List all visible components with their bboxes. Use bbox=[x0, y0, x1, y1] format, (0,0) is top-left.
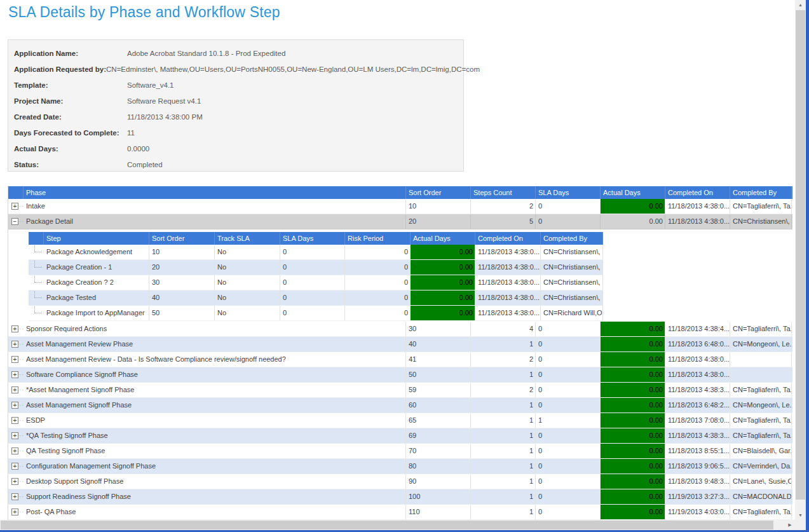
completed-by-cell: CN=Richard Will,O... bbox=[541, 306, 603, 320]
info-row: Project Name:Software Request v4.1 bbox=[8, 93, 463, 109]
application-info-panel: Application Name:Adobe Acrobat Standard … bbox=[8, 39, 464, 172]
info-row: Actual Days:0.0000 bbox=[8, 140, 463, 156]
window-border-right bbox=[806, 0, 809, 532]
expand-icon[interactable]: + bbox=[11, 432, 18, 439]
info-field-label: Days Forecasted to Complete: bbox=[14, 129, 127, 137]
completed-on-cell: 11/18/2013 4:38:0... bbox=[665, 199, 730, 214]
completed-on-cell: 11/18/2013 6:48:0... bbox=[665, 337, 730, 351]
phase-cell: Package Detail bbox=[24, 214, 406, 229]
completed-on-cell: 11/18/2013 4:38:0... bbox=[475, 245, 541, 259]
tree-dots-icon: ···· bbox=[19, 432, 24, 439]
phase-cell: *QA Testing Signoff Phase bbox=[24, 428, 406, 443]
expand-icon[interactable]: + bbox=[11, 493, 18, 500]
phase-row[interactable]: +····ESDP65110.0011/18/2013 7:08:0...CN=… bbox=[8, 413, 792, 428]
track-sla-cell: No bbox=[215, 260, 280, 275]
scroll-right-icon[interactable]: ▶ bbox=[785, 520, 795, 530]
sort-order-cell: 110 bbox=[406, 505, 471, 519]
steps-count-cell: 4 bbox=[471, 322, 536, 336]
completed-by-cell: CN=Verrinder\, Da... bbox=[730, 459, 792, 474]
steps-count-cell: 1 bbox=[471, 489, 536, 504]
phase-row[interactable]: +····Desktop Support Signoff Phase90100.… bbox=[8, 474, 792, 489]
vertical-scrollbar-thumb[interactable] bbox=[796, 10, 805, 500]
actual-days-cell: 0.00 bbox=[411, 275, 475, 290]
phase-row[interactable]: +····Software Compliance Signoff Phase50… bbox=[8, 367, 792, 383]
expand-icon[interactable]: + bbox=[11, 341, 18, 348]
expand-icon[interactable]: + bbox=[11, 463, 18, 470]
expand-icon[interactable]: + bbox=[11, 402, 18, 409]
step-row[interactable]: Package Import to AppManager50No000.0011… bbox=[29, 306, 603, 321]
column-header-completed-on: Completed On bbox=[665, 186, 730, 199]
expand-icon[interactable]: + bbox=[11, 447, 18, 454]
sla-days-cell: 0 bbox=[536, 322, 601, 336]
phase-row[interactable]: +····Configuration Management Signoff Ph… bbox=[8, 459, 792, 474]
sla-days-cell: 0 bbox=[280, 275, 345, 290]
sla-days-cell: 0 bbox=[536, 444, 601, 458]
expand-icon[interactable]: + bbox=[11, 478, 18, 485]
steps-count-cell: 1 bbox=[471, 337, 536, 351]
phase-row[interactable]: +····QA Testing Signoff Phase70100.0011/… bbox=[8, 444, 792, 459]
completed-on-cell: 11/18/2013 4:38:0... bbox=[475, 260, 541, 275]
step-row[interactable]: Package Creation ? 230No000.0011/18/2013… bbox=[29, 275, 603, 290]
actual-days-cell: 0.00 bbox=[411, 245, 475, 259]
step-row[interactable]: Package Acknowledgement10No000.0011/18/2… bbox=[29, 245, 603, 260]
actual-days-cell: 0.00 bbox=[601, 444, 665, 458]
info-row: Status:Completed bbox=[8, 156, 463, 172]
completed-by-cell: CN=Christiansen\, .. bbox=[730, 214, 792, 229]
scroll-up-icon[interactable]: ▲ bbox=[795, 0, 806, 10]
phase-row[interactable]: +····Asset Management Review Phase40100.… bbox=[8, 337, 792, 352]
scrollbar-corner bbox=[795, 520, 806, 530]
vertical-scrollbar[interactable]: ▲ ▼ bbox=[795, 0, 806, 520]
steps-count-cell: 1 bbox=[471, 474, 536, 489]
tree-dots-icon: ···· bbox=[19, 402, 24, 409]
phase-cell: Support Readiness Signoff Phase bbox=[24, 489, 406, 504]
phase-row[interactable]: +····Asset Management Signoff Phase60100… bbox=[8, 398, 792, 413]
completed-on-cell: 11/18/2013 4:38:3... bbox=[665, 383, 730, 397]
horizontal-scrollbar-thumb[interactable] bbox=[1, 521, 773, 529]
actual-days-cell: 0.00 bbox=[601, 489, 665, 504]
tree-toggle-cell: +···· bbox=[8, 322, 24, 336]
completed-by-cell: CN=Tagliaferri\, Ta.. bbox=[730, 199, 792, 214]
expand-icon[interactable]: + bbox=[11, 356, 18, 363]
phase-row[interactable]: −····Package Detail20500.0011/18/2013 4:… bbox=[8, 214, 792, 229]
scroll-down-icon[interactable]: ▼ bbox=[795, 510, 806, 520]
phase-row[interactable]: +····Intake10200.0011/18/2013 4:38:0...C… bbox=[8, 199, 792, 214]
tree-toggle-cell: +···· bbox=[8, 444, 24, 458]
sort-order-cell: 20 bbox=[406, 214, 471, 229]
column-header-actual-days: Actual Days bbox=[601, 186, 665, 199]
info-field-label: Application Name: bbox=[14, 50, 127, 57]
info-field-value: 11/18/2013 4:38:00 PM bbox=[127, 113, 203, 121]
expand-icon[interactable]: + bbox=[11, 417, 18, 424]
phase-row[interactable]: +····Support Readiness Signoff Phase1001… bbox=[8, 489, 792, 505]
sla-days-cell: 0 bbox=[280, 260, 345, 275]
step-row[interactable]: Package Creation - 120No000.0011/18/2013… bbox=[29, 260, 603, 275]
actual-days-cell: 0.00 bbox=[601, 352, 665, 367]
phase-row[interactable]: +····Sponsor Required Actions30400.0011/… bbox=[8, 322, 792, 337]
actual-days-cell: 0.00 bbox=[601, 505, 665, 519]
collapse-icon[interactable]: − bbox=[11, 218, 18, 225]
phase-row[interactable]: +····Asset Management Review - Data - Is… bbox=[8, 352, 792, 367]
expand-icon[interactable]: + bbox=[11, 325, 18, 332]
horizontal-scrollbar[interactable]: ▶ bbox=[0, 520, 795, 530]
header-spacer-cell bbox=[29, 232, 44, 245]
risk-period-cell: 0 bbox=[345, 290, 411, 305]
expand-icon[interactable]: + bbox=[11, 371, 18, 378]
completed-on-cell: 11/18/2013 8:55:1... bbox=[665, 444, 730, 458]
completed-by-cell: CN=Tagliaferri\, Ta.. bbox=[730, 322, 792, 336]
info-field-value: Software Request v4.1 bbox=[127, 97, 201, 105]
expand-icon[interactable]: + bbox=[11, 508, 18, 515]
info-row: Application Name:Adobe Acrobat Standard … bbox=[8, 45, 463, 61]
tree-dots-icon: ···· bbox=[19, 508, 24, 515]
phase-row[interactable]: +····*Asset Management Signoff Phase5920… bbox=[8, 383, 792, 398]
completed-by-cell: CN=Tagliaferri\, Ta.. bbox=[730, 428, 792, 443]
phase-row[interactable]: +····*QA Testing Signoff Phase69100.0011… bbox=[8, 428, 792, 444]
tree-dots-icon: ···· bbox=[19, 325, 24, 332]
step-row[interactable]: Package Tested40No000.0011/18/2013 4:38:… bbox=[29, 290, 603, 306]
sort-order-cell: 69 bbox=[406, 428, 471, 443]
completed-on-cell: 11/18/2013 4:38:4... bbox=[665, 322, 730, 336]
completed-on-cell: 11/18/2013 6:48:2... bbox=[665, 398, 730, 413]
step-cell: Package Creation - 1 bbox=[44, 260, 149, 275]
expand-icon[interactable]: + bbox=[11, 203, 18, 210]
expand-icon[interactable]: + bbox=[11, 386, 18, 393]
phase-row[interactable]: +····Post- QA Phase110100.0011/19/2013 4… bbox=[8, 505, 792, 520]
sla-days-cell: 0 bbox=[536, 214, 601, 229]
